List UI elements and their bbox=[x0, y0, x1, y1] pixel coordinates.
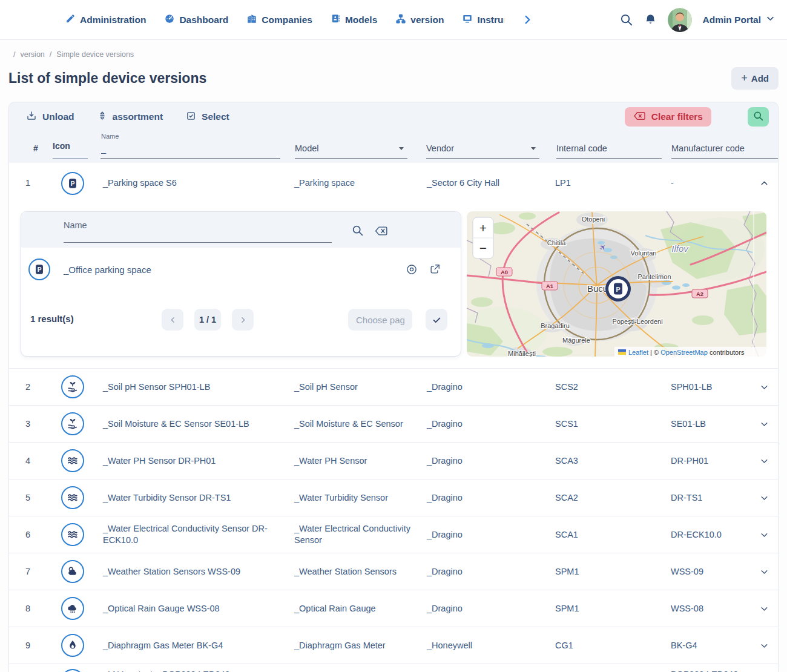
chevron-down-icon[interactable] bbox=[759, 456, 769, 466]
weather-station-icon bbox=[61, 560, 84, 583]
row-index: 8 bbox=[9, 603, 47, 614]
apply-search-button[interactable] bbox=[748, 107, 769, 127]
chevron-down-icon[interactable] bbox=[759, 567, 769, 577]
location-map[interactable]: ✈ Otopeni Chitila Voluntari Pantelimon P… bbox=[467, 211, 766, 357]
table-row[interactable]: 8 _Optical Rain Gauge WSS-08 _Optical Ra… bbox=[9, 590, 778, 627]
page-indicator: 1 / 1 bbox=[194, 309, 221, 331]
row-manufacturer-code: WSS-09 bbox=[662, 566, 749, 578]
chevron-down-icon[interactable] bbox=[759, 493, 769, 503]
sitemap-icon bbox=[395, 13, 406, 27]
next-page-button[interactable] bbox=[232, 309, 254, 331]
row-internal-code: SCS2 bbox=[547, 381, 662, 393]
map-label: Mihăilești bbox=[508, 350, 536, 357]
choose-page-input[interactable] bbox=[348, 309, 412, 331]
chevron-down-icon[interactable] bbox=[531, 147, 536, 150]
internal-code-filter[interactable]: Internal code bbox=[556, 143, 607, 153]
nav-item-dashboard[interactable]: Dashboard bbox=[164, 13, 228, 27]
parking-marker[interactable]: P bbox=[607, 278, 630, 300]
chevron-down-icon bbox=[766, 14, 775, 25]
table-row[interactable]: 5 _Water Turbidity Sensor DR-TS1 _Water … bbox=[9, 479, 778, 516]
sort-icon bbox=[97, 111, 107, 123]
row-index: 7 bbox=[9, 566, 47, 578]
search-icon[interactable] bbox=[351, 224, 364, 237]
chevron-down-icon[interactable] bbox=[399, 147, 404, 150]
nav-item-instruments[interactable]: Instrum bbox=[462, 13, 504, 27]
checkbox-icon bbox=[186, 111, 196, 124]
search-icon bbox=[752, 110, 764, 124]
plus-icon: + bbox=[741, 72, 748, 85]
road-badge: A2 bbox=[696, 291, 703, 297]
zoom-out-button[interactable]: − bbox=[479, 241, 487, 255]
map-label: Bragadiru bbox=[541, 322, 570, 329]
add-button[interactable]: + Add bbox=[731, 67, 779, 90]
avatar[interactable] bbox=[668, 8, 692, 32]
bell-icon[interactable] bbox=[644, 13, 657, 26]
panel-filter-bar: Name bbox=[21, 212, 461, 248]
panel-result-item[interactable]: P _Office parking space bbox=[21, 248, 461, 291]
table-row[interactable]: 1 P _Parking space S6 _Parking space _Se… bbox=[9, 163, 778, 203]
clear-filter-icon bbox=[633, 111, 646, 124]
nav-label: Dashboard bbox=[179, 15, 228, 25]
breadcrumb-item-simple-device-versions[interactable]: Simple device versions bbox=[56, 50, 134, 59]
name-filter-input[interactable] bbox=[101, 144, 277, 154]
eye-icon[interactable] bbox=[406, 263, 418, 275]
row-model: _Diaphragm Gas Meter bbox=[285, 640, 418, 651]
row-vendor: _Sector 6 City Hall bbox=[418, 177, 547, 189]
chevron-up-icon[interactable] bbox=[759, 178, 769, 188]
table-row[interactable]: 6 _Water Electrical Conductivity Sensor … bbox=[9, 516, 778, 553]
row-model: _Water Electrical Conductivity Sensor bbox=[285, 523, 418, 546]
table-row[interactable]: _LN Luminaire BGP383 LED240 BGP383 LED24… bbox=[9, 664, 778, 672]
result-name: _Office parking space bbox=[64, 265, 151, 275]
manufacturer-code-filter[interactable]: Manufacturer code bbox=[671, 143, 745, 153]
row-name: _Diaphragm Gas Meter BK-G4 bbox=[94, 640, 285, 651]
breadcrumb-item-version[interactable]: version bbox=[20, 50, 44, 59]
open-external-icon[interactable] bbox=[429, 263, 441, 275]
nav-item-administration[interactable]: Administration bbox=[65, 13, 146, 26]
select-button[interactable]: Select bbox=[186, 111, 229, 124]
unload-button[interactable]: Unload bbox=[26, 110, 74, 124]
chevron-down-icon[interactable] bbox=[759, 604, 769, 614]
table-row[interactable]: 4 _Water PH Sensor DR-PH01 _Water PH Sen… bbox=[9, 442, 778, 479]
nav-overflow-chevron-right-icon[interactable] bbox=[522, 15, 533, 25]
backspace-clear-icon[interactable] bbox=[374, 226, 388, 236]
row-index: 4 bbox=[9, 455, 47, 467]
chevron-down-icon[interactable] bbox=[759, 382, 769, 392]
chevron-down-icon[interactable] bbox=[759, 641, 769, 651]
row-name: _Soil pH Sensor SPH01-LB bbox=[94, 381, 285, 393]
table-row[interactable]: 2 _Soil pH Sensor SPH01-LB _Soil pH Sens… bbox=[9, 368, 778, 405]
gas-meter-icon bbox=[61, 634, 84, 657]
row-index: 5 bbox=[9, 492, 47, 504]
account-menu[interactable]: Admin Portal bbox=[703, 14, 775, 25]
model-filter-select[interactable]: Model bbox=[295, 143, 319, 153]
row-internal-code: SCA3 bbox=[547, 455, 662, 467]
table-row[interactable]: 3 _Soil Moisture & EC Sensor SE01-LB _So… bbox=[9, 405, 778, 442]
device-versions-table: Unload assortment Select Clear filters #… bbox=[8, 102, 779, 672]
monitor-icon bbox=[462, 13, 473, 27]
row-internal-code: SPM1 bbox=[547, 566, 662, 578]
table-row[interactable]: 7 _Weather Station Sensors WSS-09 _Weath… bbox=[9, 553, 778, 590]
search-icon[interactable] bbox=[619, 13, 633, 27]
luminaire-icon bbox=[61, 669, 84, 672]
building-icon bbox=[246, 13, 257, 27]
row-manufacturer-code: BGP383 LED240 bbox=[662, 669, 749, 672]
nav-item-models[interactable]: Models bbox=[331, 13, 377, 26]
table-row[interactable]: 9 _Diaphragm Gas Meter BK-G4 _Diaphragm … bbox=[9, 627, 778, 664]
svg-text:P: P bbox=[71, 180, 75, 186]
clear-filters-button[interactable]: Clear filters bbox=[625, 107, 711, 127]
vendor-filter-select[interactable]: Vendor bbox=[426, 143, 454, 153]
panel-pagination: 1 result(s) 1 / 1 bbox=[21, 291, 461, 356]
chevron-down-icon[interactable] bbox=[759, 530, 769, 540]
chevron-down-icon[interactable] bbox=[759, 419, 769, 429]
row-name: _Optical Rain Gauge WSS-08 bbox=[94, 603, 285, 614]
osm-link[interactable]: OpenStreetMap bbox=[660, 349, 708, 356]
leaflet-link[interactable]: Leaflet bbox=[628, 349, 648, 356]
previous-page-button[interactable] bbox=[162, 309, 183, 331]
confirm-page-button[interactable] bbox=[426, 309, 447, 331]
row-index: 6 bbox=[9, 529, 47, 541]
assortment-button[interactable]: assortment bbox=[97, 111, 163, 123]
nav-item-companies[interactable]: Companies bbox=[246, 13, 312, 27]
row-manufacturer-code: SE01-LB bbox=[662, 418, 749, 430]
nav-item-version[interactable]: version bbox=[395, 13, 444, 27]
zoom-control[interactable]: + − bbox=[473, 217, 493, 259]
zoom-in-button[interactable]: + bbox=[479, 221, 487, 235]
